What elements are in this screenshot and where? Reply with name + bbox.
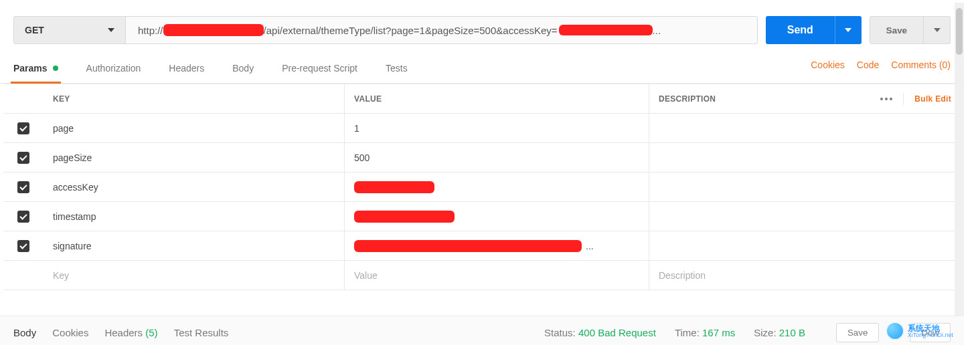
url-ellipsis: ...: [653, 25, 661, 36]
caret-down-icon: [845, 28, 851, 32]
param-value[interactable]: 1: [345, 114, 649, 142]
params-active-dot-icon: [53, 66, 58, 71]
description-placeholder[interactable]: Description: [649, 261, 961, 290]
send-group: Send: [766, 16, 862, 44]
url-input[interactable]: http:// /api/external/themeType/list?pag…: [126, 16, 758, 44]
param-key[interactable]: timestamp: [44, 202, 345, 231]
header-key: KEY: [44, 84, 345, 113]
checkbox-cell: [3, 261, 44, 290]
checkbox[interactable]: [17, 181, 29, 193]
param-description[interactable]: [649, 172, 961, 201]
time-value: 167 ms: [702, 327, 735, 338]
comments-link[interactable]: Comments (0): [891, 60, 951, 70]
tab-headers[interactable]: Headers: [169, 56, 204, 83]
params-table: KEY VALUE DESCRIPTION Bulk Edit page1pag…: [3, 84, 961, 290]
params-header-row: KEY VALUE DESCRIPTION Bulk Edit: [3, 84, 961, 114]
response-tab-cookies[interactable]: Cookies: [52, 327, 88, 338]
checkbox[interactable]: [17, 122, 29, 134]
response-tab-test-results[interactable]: Test Results: [174, 327, 229, 338]
send-dropdown-button[interactable]: [835, 16, 862, 44]
size-value: 210 B: [779, 327, 805, 338]
redacted-host: [163, 24, 264, 36]
save-button[interactable]: Save: [870, 16, 924, 44]
request-tabs: Params Authorization Headers Body Pre-re…: [0, 56, 964, 84]
param-key[interactable]: page: [44, 114, 345, 142]
checkbox-cell[interactable]: [3, 172, 44, 201]
param-description[interactable]: [649, 114, 961, 142]
redacted-query: [559, 25, 653, 35]
response-bar: Body Cookies Headers (5) Test Results St…: [0, 316, 964, 345]
param-key[interactable]: pageSize: [44, 143, 345, 172]
redacted-value: [354, 240, 582, 252]
url-suffix: /api/external/themeType/list?page=1&page…: [264, 25, 558, 36]
value-placeholder[interactable]: Value: [345, 261, 649, 290]
checkbox[interactable]: [17, 211, 29, 223]
header-description: DESCRIPTION: [659, 94, 716, 104]
checkbox-cell[interactable]: [3, 202, 44, 231]
param-value[interactable]: 500: [345, 143, 649, 172]
param-description[interactable]: [649, 143, 961, 172]
check-icon: [19, 153, 27, 160]
code-link[interactable]: Code: [857, 60, 879, 70]
scrollbar-track[interactable]: [955, 3, 964, 342]
bulk-edit-link[interactable]: Bulk Edit: [914, 94, 951, 104]
time-group: Time: 167 ms: [675, 327, 735, 338]
size-group: Size: 210 B: [754, 327, 805, 338]
download-button[interactable]: Dow: [910, 323, 951, 342]
scrollbar-thumb[interactable]: [956, 8, 963, 55]
param-description[interactable]: [649, 231, 961, 260]
header-description-cell: DESCRIPTION Bulk Edit: [649, 84, 961, 113]
tab-params[interactable]: Params: [13, 56, 58, 83]
response-tab-headers[interactable]: Headers (5): [104, 327, 157, 338]
url-prefix: http://: [138, 25, 163, 36]
caret-down-icon: [934, 28, 941, 32]
param-value[interactable]: ...: [345, 231, 649, 260]
checkbox[interactable]: [17, 152, 29, 164]
status-group: Status: 400 Bad Request: [544, 327, 656, 338]
save-dropdown-button[interactable]: [924, 16, 951, 44]
check-icon: [19, 183, 27, 190]
redacted-value: [354, 181, 434, 193]
caret-down-icon: [108, 28, 114, 32]
tab-body[interactable]: Body: [232, 56, 254, 83]
header-value: VALUE: [345, 84, 649, 113]
save-response-button[interactable]: Save: [836, 323, 879, 342]
status-value: 400 Bad Request: [578, 327, 656, 338]
divider: [903, 93, 904, 105]
send-button[interactable]: Send: [766, 16, 835, 44]
param-key[interactable]: accessKey: [44, 172, 345, 201]
header-checkbox-cell: [3, 84, 44, 113]
response-tab-body[interactable]: Body: [13, 327, 36, 338]
redacted-value: [354, 211, 455, 223]
http-method-select[interactable]: GET: [13, 16, 126, 44]
param-value[interactable]: [345, 202, 649, 231]
check-icon: [19, 124, 27, 131]
tab-right-links: Cookies Code Comments (0): [811, 60, 951, 80]
checkbox-cell[interactable]: [3, 231, 44, 260]
param-value[interactable]: [345, 172, 649, 201]
response-tabs: Body Cookies Headers (5) Test Results: [13, 327, 228, 338]
response-status: Status: 400 Bad Request Time: 167 ms Siz…: [544, 323, 951, 342]
tab-tests[interactable]: Tests: [386, 56, 408, 83]
key-placeholder[interactable]: Key: [44, 261, 345, 290]
param-description[interactable]: [649, 202, 961, 231]
param-row: accessKey: [3, 172, 961, 202]
check-icon: [19, 241, 27, 249]
save-group: Save: [870, 16, 951, 44]
more-icon[interactable]: [880, 98, 892, 100]
request-url-row: GET http:// /api/external/themeType/list…: [0, 0, 964, 56]
param-row: pageSize500: [3, 143, 961, 172]
param-row: page1: [3, 114, 961, 143]
checkbox[interactable]: [17, 240, 29, 252]
new-param-row[interactable]: Key Value Description: [3, 261, 961, 290]
param-row: timestamp: [3, 202, 961, 231]
http-method-label: GET: [25, 25, 44, 35]
tab-pre-request-script[interactable]: Pre-request Script: [282, 56, 357, 83]
tab-label: Params: [13, 63, 48, 74]
cookies-link[interactable]: Cookies: [811, 60, 845, 70]
param-key[interactable]: signature: [44, 231, 345, 260]
checkbox-cell[interactable]: [3, 143, 44, 172]
param-row: signature...: [3, 231, 961, 261]
checkbox-cell[interactable]: [3, 114, 44, 142]
tab-authorization[interactable]: Authorization: [86, 56, 141, 83]
